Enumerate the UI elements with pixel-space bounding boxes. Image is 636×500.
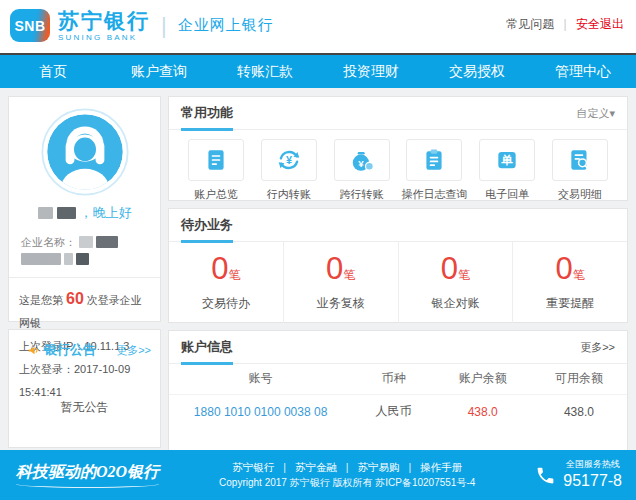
company-name-label: 企业名称： xyxy=(21,234,76,250)
customize-link[interactable]: 自定义▾ xyxy=(576,106,615,121)
hotline-label: 全国服务热线 xyxy=(563,459,622,470)
quick-func-intrabank-transfer[interactable]: ¥ 行内转账 xyxy=(254,139,324,202)
top-header: SNB 苏宁银行 SUNING BANK | 企业网上银行 常见问题 | 安全退… xyxy=(0,0,636,53)
yuan-cycle-icon: ¥ xyxy=(276,147,302,173)
announcement-title: 银行公告 xyxy=(44,341,96,359)
footer-center: 苏宁银行 | 苏宁金融 | 苏宁易购 | 操作手册 Copyright 2017… xyxy=(159,460,535,490)
quick-functions-card: 常用功能 自定义▾ 账户总览 xyxy=(168,96,628,201)
bank-logo: SNB 苏宁银行 SUNING BANK | 企业网上银行 xyxy=(10,9,274,42)
money-bag-icon: ¥ xyxy=(349,147,375,173)
main-content: 常用功能 自定义▾ 账户总览 xyxy=(168,96,628,451)
greeting-text: ，晚上好 xyxy=(80,204,132,222)
column-account-number: 账号 xyxy=(169,364,352,394)
greeting: ，晚上好 xyxy=(9,204,160,222)
currency-value: 人民币 xyxy=(352,394,434,429)
account-number-link[interactable]: 1880 1010 0100 0038 08 xyxy=(169,394,352,429)
link-separator: | xyxy=(564,17,567,31)
account-table-header-row: 账号 币种 账户余额 可用余额 xyxy=(169,364,627,394)
account-info-header: 账户信息 更多>> xyxy=(169,331,627,364)
redacted-company xyxy=(76,253,89,265)
bank-name-en: SUNING BANK xyxy=(58,34,150,42)
snb-logo-badge: SNB xyxy=(10,9,50,42)
redacted-company xyxy=(64,253,73,265)
login-count-line: 这是您第60次登录企业网银 xyxy=(19,287,150,335)
company-name-row: 企业名称： xyxy=(9,222,160,265)
doc-search-icon xyxy=(567,147,593,173)
redacted-company xyxy=(21,253,61,265)
hotline-text: 全国服务热线 95177-8 xyxy=(563,459,622,490)
main-nav: 首页 账户查询 转账汇款 投资理财 交易授权 管理中心 xyxy=(0,53,636,88)
icon-box: 单 xyxy=(479,139,535,181)
quick-func-e-receipt[interactable]: 单 电子回单 xyxy=(472,139,542,202)
top-links: 常见问题 | 安全退出 xyxy=(506,16,624,33)
announcement-more-link[interactable]: 更多>> xyxy=(116,343,151,358)
page-footer: 科技驱动的O2O银行 苏宁银行 | 苏宁金融 | 苏宁易购 | 操作手册 Cop… xyxy=(0,450,636,500)
phone-icon xyxy=(535,465,556,486)
nav-item-home[interactable]: 首页 xyxy=(0,55,106,88)
page: SNB 苏宁银行 SUNING BANK | 企业网上银行 常见问题 | 安全退… xyxy=(0,0,636,500)
login-count-value: 60 xyxy=(66,290,84,307)
footer-links: 苏宁银行 | 苏宁金融 | 苏宁易购 | 操作手册 xyxy=(159,460,535,475)
account-table: 账号 币种 账户余额 可用余额 1880 1010 0100 0038 08 人… xyxy=(169,364,627,429)
svg-text:单: 单 xyxy=(501,154,514,166)
sidebar: ，晚上好 企业名称： 这是您第60次登录企业网银 上次登录IP：10.11.1.… xyxy=(8,96,161,448)
receipt-icon: 单 xyxy=(494,147,520,173)
footer-link-manual[interactable]: 操作手册 xyxy=(420,461,462,473)
quick-func-interbank-transfer[interactable]: ¥ 跨行转账 xyxy=(327,139,397,202)
nav-item-transfer[interactable]: 转账汇款 xyxy=(212,55,318,88)
announcement-title-group: 银行公告 xyxy=(27,341,96,359)
todo-card: 待办业务 0笔 交易待办 0笔 业务复核 0笔 银企对账 0笔 重要提醒 xyxy=(168,208,628,323)
redacted-company xyxy=(96,236,118,248)
clipboard-icon xyxy=(421,147,447,173)
logout-link[interactable]: 安全退出 xyxy=(576,17,624,31)
icon-box xyxy=(188,139,244,181)
faq-link[interactable]: 常见问题 xyxy=(506,17,554,31)
account-table-row: 1880 1010 0100 0038 08 人民币 438.0 438.0 xyxy=(169,394,627,429)
quick-func-account-overview[interactable]: 账户总览 xyxy=(181,139,251,202)
footer-link-suning-bank[interactable]: 苏宁银行 xyxy=(232,461,274,473)
column-available-balance: 可用余额 xyxy=(531,364,627,394)
todo-title: 待办业务 xyxy=(181,209,233,242)
icon-box xyxy=(552,139,608,181)
redacted-company xyxy=(79,236,93,248)
nav-item-authorization[interactable]: 交易授权 xyxy=(424,55,530,88)
logo-divider: | xyxy=(161,13,167,39)
icon-box: ¥ xyxy=(261,139,317,181)
megaphone-icon xyxy=(27,344,40,357)
todo-bank-reconciliation[interactable]: 0笔 银企对账 xyxy=(399,242,514,323)
quick-function-list: 账户总览 ¥ 行内转账 xyxy=(169,130,627,202)
bank-name-cn: 苏宁银行 xyxy=(58,10,150,31)
profile-card: ，晚上好 企业名称： 这是您第60次登录企业网银 上次登录IP：10.11.1.… xyxy=(8,96,161,322)
redacted-name xyxy=(38,207,53,219)
footer-link-suning-shopping[interactable]: 苏宁易购 xyxy=(357,461,399,473)
bank-name: 苏宁银行 SUNING BANK xyxy=(58,10,150,42)
account-info-title: 账户信息 xyxy=(181,331,233,364)
todo-grid: 0笔 交易待办 0笔 业务复核 0笔 银企对账 0笔 重要提醒 xyxy=(169,242,627,323)
product-name: 企业网上银行 xyxy=(178,16,274,35)
quick-func-operation-log[interactable]: 操作日志查询 xyxy=(399,139,469,202)
svg-text:¥: ¥ xyxy=(358,158,364,169)
document-icon xyxy=(203,147,229,173)
nav-item-investment[interactable]: 投资理财 xyxy=(318,55,424,88)
todo-header: 待办业务 xyxy=(169,209,627,242)
footer-slogan: 科技驱动的O2O银行 xyxy=(16,462,159,488)
icon-box: ¥ xyxy=(334,139,390,181)
todo-business-review[interactable]: 0笔 业务复核 xyxy=(284,242,399,323)
account-info-more-link[interactable]: 更多>> xyxy=(580,340,615,355)
redacted-name xyxy=(57,207,76,219)
quick-func-transaction-detail[interactable]: 交易明细 xyxy=(545,139,615,202)
user-avatar xyxy=(41,108,129,196)
quick-functions-header: 常用功能 自定义▾ xyxy=(169,97,627,130)
column-currency: 币种 xyxy=(352,364,434,394)
hotline-number: 95177-8 xyxy=(563,471,622,491)
nav-item-management[interactable]: 管理中心 xyxy=(530,55,636,88)
todo-pending-transactions[interactable]: 0笔 交易待办 xyxy=(169,242,284,323)
available-balance-value: 438.0 xyxy=(531,394,627,429)
footer-link-suning-finance[interactable]: 苏宁金融 xyxy=(295,461,337,473)
icon-box xyxy=(406,139,462,181)
balance-value: 438.0 xyxy=(435,394,531,429)
todo-important-reminders[interactable]: 0笔 重要提醒 xyxy=(513,242,627,323)
column-balance: 账户余额 xyxy=(435,364,531,394)
nav-item-account-query[interactable]: 账户查询 xyxy=(106,55,212,88)
footer-copyright: Copyright 2017 苏宁银行 版权所有 苏ICP备10207551号-… xyxy=(159,475,535,490)
